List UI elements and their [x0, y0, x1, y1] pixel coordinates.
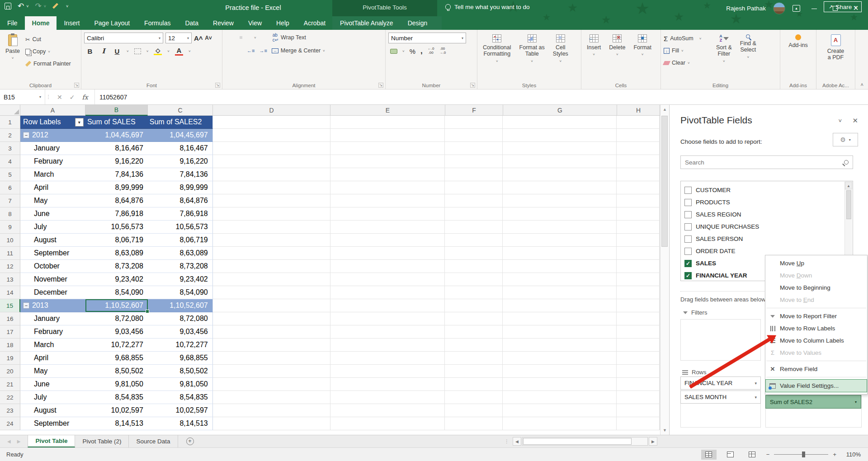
prev-sheet-icon[interactable]: ◀: [7, 439, 11, 444]
pivot-header-row-labels[interactable]: Row Labels▾: [20, 116, 85, 129]
bottom-align-icon[interactable]: [240, 36, 242, 39]
cell-G-empty[interactable]: [503, 181, 617, 194]
pivot-label-january[interactable]: January: [20, 312, 85, 325]
field-checkbox[interactable]: [684, 199, 692, 206]
cell-D-empty[interactable]: [213, 155, 330, 168]
pivot-sales-r9[interactable]: 10,56,573: [85, 221, 148, 234]
pivot-label-may[interactable]: May: [20, 365, 85, 378]
cell-H-empty[interactable]: [617, 155, 660, 168]
pivot-sales2-r7[interactable]: 8,64,876: [148, 194, 213, 207]
customize-qat-icon[interactable]: ˅: [66, 4, 68, 9]
addins-button[interactable]: Add-ins: [786, 33, 810, 81]
pivot-sales2-r20[interactable]: 8,50,502: [148, 365, 213, 378]
menu-item-move-to-column-labels[interactable]: Move to Column Labels: [765, 334, 867, 347]
cell-F-empty[interactable]: [445, 286, 503, 299]
cell-G-empty[interactable]: [503, 155, 617, 168]
menu-item-move-to-beginning[interactable]: Move to Beginning: [765, 282, 867, 294]
format-painter-button[interactable]: Format Painter: [25, 59, 71, 69]
field-item-sales-person[interactable]: SALES PERSON: [684, 233, 852, 245]
cell-H-empty[interactable]: [617, 181, 660, 194]
pivot-label-march[interactable]: March: [20, 339, 85, 352]
field-list-scroll-up-icon[interactable]: ▲: [845, 182, 852, 189]
field-list-scroll-thumb[interactable]: [846, 190, 851, 219]
cell-F-empty[interactable]: [445, 378, 503, 391]
tools-gear-button[interactable]: ⚙▾: [833, 133, 858, 146]
new-sheet-button[interactable]: +: [178, 435, 202, 447]
enter-icon[interactable]: ✓: [70, 94, 75, 101]
row-header-8[interactable]: 8: [0, 207, 20, 221]
pivot-sales2-r10[interactable]: 8,06,719: [148, 234, 213, 247]
row-header-21[interactable]: 21: [0, 378, 20, 391]
cell-G-empty[interactable]: [503, 260, 617, 273]
pivot-sales-r2[interactable]: 1,04,45,697: [85, 129, 148, 142]
cell-E-empty[interactable]: [330, 325, 445, 339]
bold-button[interactable]: B: [86, 47, 94, 55]
column-header-B[interactable]: B: [85, 105, 148, 116]
align-center-icon[interactable]: [232, 49, 235, 52]
collapse-outline-icon[interactable]: −: [23, 132, 29, 138]
pivot-sales-r3[interactable]: 8,16,467: [85, 142, 148, 155]
cancel-icon[interactable]: ✕: [57, 94, 62, 101]
field-item-customer[interactable]: CUSTOMER: [684, 184, 852, 196]
orientation-icon[interactable]: [246, 36, 250, 39]
pivot-label-october[interactable]: October: [20, 260, 85, 273]
cell-H-empty[interactable]: [617, 273, 660, 286]
cell-D-empty[interactable]: [213, 312, 330, 325]
pivot-label-april[interactable]: April: [20, 181, 85, 194]
cell-F-empty[interactable]: [445, 142, 503, 155]
cell-G-empty[interactable]: [503, 247, 617, 260]
cell-G-empty[interactable]: [503, 352, 617, 365]
row-header-18[interactable]: 18: [0, 339, 20, 352]
filters-area-box[interactable]: [680, 319, 761, 361]
chevron-down-icon[interactable]: ▾: [755, 381, 757, 386]
scroll-up-icon[interactable]: ▲: [660, 105, 669, 114]
cell-F-empty[interactable]: [445, 299, 503, 312]
row-header-16[interactable]: 16: [0, 312, 20, 325]
redo-icon[interactable]: ↷: [35, 2, 42, 10]
cell-H-empty[interactable]: [617, 260, 660, 273]
row-header-12[interactable]: 12: [0, 260, 20, 273]
cell-F-empty[interactable]: [445, 339, 503, 352]
pivot-label-may[interactable]: May: [20, 194, 85, 207]
pivot-sales2-r19[interactable]: 9,68,855: [148, 352, 213, 365]
cell-E-empty[interactable]: [330, 247, 445, 260]
tab-acrobat[interactable]: Acrobat: [297, 16, 333, 30]
pivot-sales2-r3[interactable]: 8,16,467: [148, 142, 213, 155]
tab-review[interactable]: Review: [206, 16, 241, 30]
format-cells-button[interactable]: ■ Format˅: [631, 33, 654, 81]
column-header-H[interactable]: H: [617, 105, 660, 116]
pivot-sales-r6[interactable]: 8,99,999: [85, 181, 148, 194]
horizontal-scroll-thumb[interactable]: [523, 438, 632, 445]
cell-H-empty[interactable]: [617, 404, 660, 417]
normal-view-button[interactable]: [701, 450, 717, 460]
user-name[interactable]: Rajesh Pathak: [726, 5, 766, 12]
pivot-sales-r7[interactable]: 8,64,876: [85, 194, 148, 207]
pivot-sales2-r11[interactable]: 8,63,089: [148, 247, 213, 260]
row-field-chip-sales-month[interactable]: SALES MONTH▾: [680, 390, 761, 404]
cell-E-empty[interactable]: [330, 207, 445, 221]
select-all-corner[interactable]: [0, 105, 20, 116]
cell-H-empty[interactable]: [617, 312, 660, 325]
fill-button[interactable]: ↓Fill˅: [664, 46, 711, 56]
create-pdf-button[interactable]: A Create a PDF: [825, 33, 847, 81]
collapse-ribbon-icon[interactable]: ˄: [861, 82, 863, 87]
font-size-combo[interactable]: 12▾: [165, 33, 192, 43]
cell-D-empty[interactable]: [213, 247, 330, 260]
tab-file[interactable]: File: [0, 16, 25, 30]
tell-me-box[interactable]: Tell me what you want to do: [445, 0, 530, 14]
cell-E-empty[interactable]: [330, 352, 445, 365]
pivot-label-september[interactable]: September: [20, 417, 85, 430]
pivot-sales2-r15[interactable]: 1,10,52,607: [148, 299, 213, 312]
cell-E-empty[interactable]: [330, 404, 445, 417]
formula-input[interactable]: 11052607: [95, 89, 868, 104]
format-painter-quick-icon[interactable]: [52, 3, 59, 9]
column-header-F[interactable]: F: [445, 105, 503, 116]
decrease-indent-icon[interactable]: ←≡: [247, 48, 255, 53]
undo-dropdown-icon[interactable]: ˅: [26, 4, 28, 9]
copy-button[interactable]: Copy˅: [25, 47, 71, 56]
cell-E-empty[interactable]: [330, 417, 445, 430]
cell-E-empty[interactable]: [330, 365, 445, 378]
menu-item-remove-field[interactable]: ✕Remove Field: [765, 363, 867, 375]
row-header-13[interactable]: 13: [0, 273, 20, 286]
pivot-label-february[interactable]: February: [20, 325, 85, 339]
